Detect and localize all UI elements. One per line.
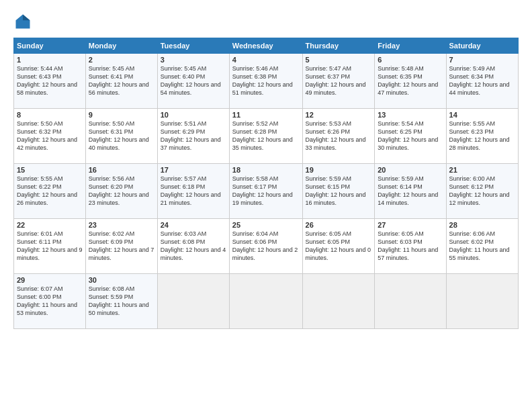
day-number: 7: [449, 56, 515, 64]
day-info: Sunrise: 5:59 AMSunset: 6:15 PMDaylight:…: [306, 175, 372, 208]
day-info: Sunrise: 5:47 AMSunset: 6:37 PMDaylight:…: [306, 64, 372, 97]
day-number: 24: [161, 221, 226, 229]
weekday-header: Sunday: [14, 38, 86, 54]
day-info: Sunrise: 5:51 AMSunset: 6:29 PMDaylight:…: [161, 120, 226, 152]
calendar-cell: [302, 274, 375, 329]
day-number: 17: [161, 166, 226, 174]
day-info: Sunrise: 5:56 AMSunset: 6:20 PMDaylight:…: [89, 175, 154, 208]
day-number: 1: [17, 56, 83, 64]
calendar-week-row: 1Sunrise: 5:44 AMSunset: 6:43 PMDaylight…: [14, 54, 519, 109]
logo: [13, 12, 35, 31]
day-info: Sunrise: 5:54 AMSunset: 6:25 PMDaylight:…: [378, 120, 443, 152]
day-info: Sunrise: 5:57 AMSunset: 6:18 PMDaylight:…: [161, 175, 226, 208]
day-info: Sunrise: 5:48 AMSunset: 6:35 PMDaylight:…: [378, 64, 443, 97]
calendar-cell: 2Sunrise: 5:45 AMSunset: 6:41 PMDaylight…: [85, 54, 157, 109]
day-info: Sunrise: 5:50 AMSunset: 6:32 PMDaylight:…: [17, 120, 83, 152]
calendar-cell: 29Sunrise: 6:07 AMSunset: 6:00 PMDayligh…: [14, 274, 86, 329]
calendar-cell: 13Sunrise: 5:54 AMSunset: 6:25 PMDayligh…: [375, 109, 446, 164]
day-number: 25: [232, 221, 300, 229]
calendar-cell: 14Sunrise: 5:55 AMSunset: 6:23 PMDayligh…: [446, 109, 518, 164]
weekday-header: Tuesday: [157, 38, 229, 54]
calendar-week-row: 22Sunrise: 6:01 AMSunset: 6:11 PMDayligh…: [14, 219, 519, 274]
calendar-cell: 21Sunrise: 6:00 AMSunset: 6:12 PMDayligh…: [446, 164, 518, 219]
logo-icon: [13, 12, 32, 31]
day-info: Sunrise: 5:44 AMSunset: 6:43 PMDaylight:…: [17, 64, 83, 97]
page: SundayMondayTuesdayWednesdayThursdayFrid…: [0, 0, 532, 411]
calendar-cell: 17Sunrise: 5:57 AMSunset: 6:18 PMDayligh…: [157, 164, 229, 219]
calendar-cell: 24Sunrise: 6:03 AMSunset: 6:08 PMDayligh…: [157, 219, 229, 274]
day-number: 8: [17, 111, 83, 119]
calendar-cell: 10Sunrise: 5:51 AMSunset: 6:29 PMDayligh…: [157, 109, 229, 164]
day-info: Sunrise: 5:55 AMSunset: 6:22 PMDaylight:…: [17, 175, 83, 208]
calendar-cell: 28Sunrise: 6:06 AMSunset: 6:02 PMDayligh…: [446, 219, 518, 274]
day-number: 26: [306, 221, 372, 229]
calendar-week-row: 15Sunrise: 5:55 AMSunset: 6:22 PMDayligh…: [14, 164, 519, 219]
day-info: Sunrise: 6:06 AMSunset: 6:02 PMDaylight:…: [449, 230, 515, 263]
day-number: 11: [232, 111, 300, 119]
calendar-cell: [446, 274, 518, 329]
calendar-cell: 12Sunrise: 5:53 AMSunset: 6:26 PMDayligh…: [302, 109, 375, 164]
calendar-cell: 30Sunrise: 6:08 AMSunset: 5:59 PMDayligh…: [85, 274, 157, 329]
day-info: Sunrise: 5:58 AMSunset: 6:17 PMDaylight:…: [232, 175, 300, 208]
day-number: 13: [378, 111, 443, 119]
day-number: 19: [306, 166, 372, 174]
calendar-cell: [229, 274, 302, 329]
day-number: 15: [17, 166, 83, 174]
day-info: Sunrise: 5:52 AMSunset: 6:28 PMDaylight:…: [232, 120, 300, 152]
day-info: Sunrise: 5:53 AMSunset: 6:26 PMDaylight:…: [306, 120, 372, 152]
day-info: Sunrise: 5:55 AMSunset: 6:23 PMDaylight:…: [449, 120, 515, 152]
day-number: 6: [378, 56, 443, 64]
calendar-cell: 26Sunrise: 6:05 AMSunset: 6:05 PMDayligh…: [302, 219, 375, 274]
header: [13, 12, 519, 31]
svg-marker-1: [23, 15, 30, 21]
calendar-cell: 15Sunrise: 5:55 AMSunset: 6:22 PMDayligh…: [14, 164, 86, 219]
day-info: Sunrise: 5:59 AMSunset: 6:14 PMDaylight:…: [378, 175, 443, 208]
day-info: Sunrise: 5:45 AMSunset: 6:41 PMDaylight:…: [89, 64, 154, 97]
day-info: Sunrise: 5:49 AMSunset: 6:34 PMDaylight:…: [449, 64, 515, 97]
day-info: Sunrise: 6:01 AMSunset: 6:11 PMDaylight:…: [17, 230, 83, 263]
day-info: Sunrise: 6:05 AMSunset: 6:05 PMDaylight:…: [306, 230, 372, 263]
calendar-cell: 5Sunrise: 5:47 AMSunset: 6:37 PMDaylight…: [302, 54, 375, 109]
calendar-cell: 8Sunrise: 5:50 AMSunset: 6:32 PMDaylight…: [14, 109, 86, 164]
weekday-header: Monday: [85, 38, 157, 54]
day-number: 2: [89, 56, 154, 64]
calendar-cell: 23Sunrise: 6:02 AMSunset: 6:09 PMDayligh…: [85, 219, 157, 274]
day-number: 16: [89, 166, 154, 174]
calendar-cell: 4Sunrise: 5:46 AMSunset: 6:38 PMDaylight…: [229, 54, 302, 109]
day-info: Sunrise: 6:02 AMSunset: 6:09 PMDaylight:…: [89, 230, 154, 263]
calendar-cell: 9Sunrise: 5:50 AMSunset: 6:31 PMDaylight…: [85, 109, 157, 164]
day-number: 27: [378, 221, 443, 229]
day-number: 5: [306, 56, 372, 64]
day-info: Sunrise: 5:46 AMSunset: 6:38 PMDaylight:…: [232, 64, 300, 97]
calendar-cell: 3Sunrise: 5:45 AMSunset: 6:40 PMDaylight…: [157, 54, 229, 109]
day-number: 20: [378, 166, 443, 174]
day-info: Sunrise: 6:08 AMSunset: 5:59 PMDaylight:…: [89, 285, 154, 318]
calendar-cell: 18Sunrise: 5:58 AMSunset: 6:17 PMDayligh…: [229, 164, 302, 219]
day-info: Sunrise: 5:45 AMSunset: 6:40 PMDaylight:…: [161, 64, 226, 97]
day-number: 9: [89, 111, 154, 119]
calendar-cell: 22Sunrise: 6:01 AMSunset: 6:11 PMDayligh…: [14, 219, 86, 274]
calendar-cell: [375, 274, 446, 329]
day-number: 18: [232, 166, 300, 174]
day-info: Sunrise: 6:05 AMSunset: 6:03 PMDaylight:…: [378, 230, 443, 263]
weekday-header: Thursday: [302, 38, 375, 54]
calendar-cell: 25Sunrise: 6:04 AMSunset: 6:06 PMDayligh…: [229, 219, 302, 274]
day-info: Sunrise: 6:04 AMSunset: 6:06 PMDaylight:…: [232, 230, 300, 263]
day-number: 29: [17, 276, 83, 284]
calendar-cell: 20Sunrise: 5:59 AMSunset: 6:14 PMDayligh…: [375, 164, 446, 219]
day-number: 14: [449, 111, 515, 119]
calendar-header-row: SundayMondayTuesdayWednesdayThursdayFrid…: [14, 38, 519, 54]
calendar-body: 1Sunrise: 5:44 AMSunset: 6:43 PMDaylight…: [14, 54, 519, 329]
day-number: 28: [449, 221, 515, 229]
day-number: 30: [89, 276, 154, 284]
day-number: 4: [232, 56, 300, 64]
day-info: Sunrise: 5:50 AMSunset: 6:31 PMDaylight:…: [89, 120, 154, 152]
day-info: Sunrise: 6:00 AMSunset: 6:12 PMDaylight:…: [449, 175, 515, 208]
calendar-cell: 1Sunrise: 5:44 AMSunset: 6:43 PMDaylight…: [14, 54, 86, 109]
calendar-cell: 27Sunrise: 6:05 AMSunset: 6:03 PMDayligh…: [375, 219, 446, 274]
calendar-cell: 11Sunrise: 5:52 AMSunset: 6:28 PMDayligh…: [229, 109, 302, 164]
calendar-table: SundayMondayTuesdayWednesdayThursdayFrid…: [13, 38, 519, 329]
day-info: Sunrise: 6:03 AMSunset: 6:08 PMDaylight:…: [161, 230, 226, 263]
calendar-cell: 7Sunrise: 5:49 AMSunset: 6:34 PMDaylight…: [446, 54, 518, 109]
day-number: 12: [306, 111, 372, 119]
